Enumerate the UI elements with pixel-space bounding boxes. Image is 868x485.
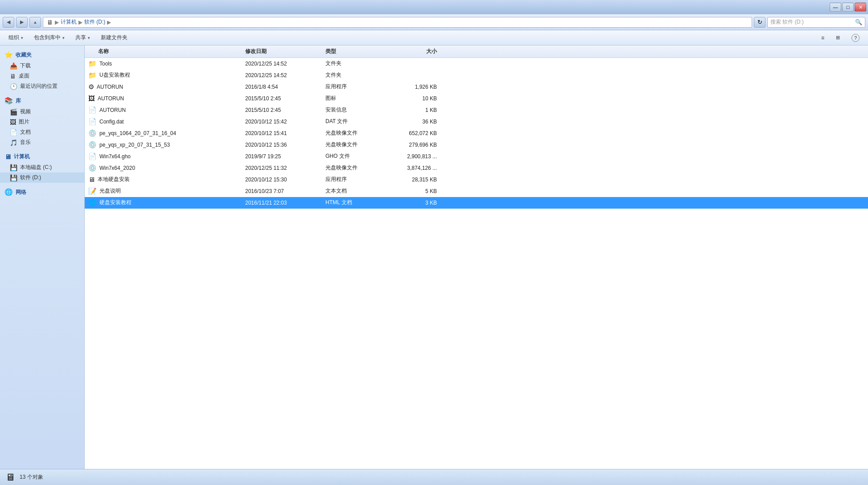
file-type-icon: 🖥 [88,176,95,183]
file-row[interactable]: 🌐 硬盘安装教程 2016/11/21 22:03 HTML 文档 3 KB [85,197,868,209]
include-dropdown-icon[interactable]: ▾ [62,36,65,40]
file-list: 📁 Tools 2020/12/25 14:52 文件夹 📁 U盘安装教程 20… [85,58,868,469]
file-row[interactable]: 📁 Tools 2020/12/25 14:52 文件夹 [85,58,868,70]
file-row[interactable]: 📄 AUTORUN 2015/5/10 2:45 安装信息 1 KB [85,104,868,116]
sidebar-item-recent[interactable]: 🕐 最近访问的位置 [0,81,84,91]
video-icon: 🎬 [10,108,17,115]
file-type-icon: 💿 [88,141,97,149]
file-type-cell: DAT 文件 [325,118,388,125]
sidebar-computer-header[interactable]: 🖥 计算机 [0,151,84,162]
file-name-label: pe_yqs_xp_20_07_31_15_53 [99,142,170,148]
documents-icon: 📄 [10,129,17,136]
view-toggle-button[interactable]: ≡ [816,32,829,44]
file-name-label: AUTORUN [99,107,126,113]
col-header-size[interactable]: 大小 [388,48,446,55]
star-icon: ⭐ [4,51,13,59]
maximize-button[interactable]: □ [842,3,854,12]
file-type-icon: ⚙ [88,83,94,91]
file-date-cell: 2016/10/23 7:07 [245,188,325,194]
sidebar-item-pictures[interactable]: 🖼 图片 [0,117,84,127]
file-row[interactable]: 🖼 AUTORUN 2015/5/10 2:45 图标 10 KB [85,93,868,104]
file-row[interactable]: 📄 Config.dat 2020/10/12 15:42 DAT 文件 36 … [85,116,868,127]
file-type-cell: 应用程序 [325,176,388,183]
sidebar-item-documents[interactable]: 📄 文档 [0,127,84,137]
file-name-cell: 💿 pe_yqs_1064_20_07_31_16_04 [85,129,245,137]
file-type-cell: 应用程序 [325,83,388,90]
file-name-cell: 📁 U盘安装教程 [85,71,245,79]
breadcrumb-drive[interactable]: 软件 (D:) [84,18,105,26]
view-options-button[interactable]: ⊞ [831,32,845,44]
file-row[interactable]: ⚙ AUTORUN 2016/1/8 4:54 应用程序 1,926 KB [85,81,868,93]
up-button[interactable]: ▲ [29,17,41,28]
file-name-cell: 📄 Config.dat [85,118,245,126]
computer-icon: 🖥 [4,153,11,160]
sidebar-item-drive-d[interactable]: 💾 软件 (D:) [0,173,84,183]
sidebar-library-header[interactable]: 📚 库 [0,95,84,107]
col-header-type[interactable]: 类型 [325,48,388,55]
sidebar-item-drive-c[interactable]: 💾 本地磁盘 (C:) [0,162,84,173]
include-library-button[interactable]: 包含到库中 ▾ [29,32,70,44]
sidebar-section-favorites: ⭐ 收藏夹 📥 下载 🖥 桌面 🕐 最近访问的位置 [0,49,84,91]
statusbar-icon: 🖥 [5,472,15,483]
statusbar-text: 13 个对象 [20,473,43,481]
sidebar-network-header[interactable]: 🌐 网络 [0,186,84,198]
file-type-icon: 💿 [88,129,97,137]
file-row[interactable]: 📁 U盘安装教程 2020/12/25 14:52 文件夹 [85,70,868,81]
sidebar-section-network: 🌐 网络 [0,186,84,198]
organize-dropdown-icon[interactable]: ▾ [21,36,23,40]
file-type-icon: 📁 [88,71,97,79]
file-type-cell: GHO 文件 [325,152,388,160]
breadcrumb-computer[interactable]: 计算机 [61,18,77,26]
file-type-cell: 安装信息 [325,106,388,114]
column-headers: 名称 修改日期 类型 大小 [85,45,868,58]
col-header-name[interactable]: 名称 [85,48,245,55]
search-box[interactable]: 搜索 软件 (D:) 🔍 [767,17,865,28]
file-name-cell: 🖥 本地硬盘安装 [85,176,245,183]
file-name-cell: 📝 光盘说明 [85,187,245,195]
file-name-label: Tools [99,61,112,67]
col-header-date[interactable]: 修改日期 [245,48,325,55]
file-size-cell: 279,696 KB [388,142,446,148]
file-date-cell: 2020/10/12 15:41 [245,130,325,136]
organize-button[interactable]: 组织 ▾ [4,32,28,44]
file-type-cell: 光盘映像文件 [325,129,388,137]
content-area: 名称 修改日期 类型 大小 📁 Tools 2020/12/25 14:52 文… [85,45,868,469]
new-folder-button[interactable]: 新建文件夹 [96,32,132,44]
file-row[interactable]: 🖥 本地硬盘安装 2020/10/12 15:30 应用程序 28,315 KB [85,174,868,185]
file-name-cell: 📄 AUTORUN [85,106,245,114]
share-dropdown-icon[interactable]: ▾ [88,36,90,40]
file-row[interactable]: 📄 Win7x64.gho 2019/9/7 19:25 GHO 文件 2,90… [85,151,868,162]
sidebar-item-video[interactable]: 🎬 视频 [0,107,84,117]
file-size-cell: 36 KB [388,119,446,125]
file-row[interactable]: 📝 光盘说明 2016/10/23 7:07 文本文档 5 KB [85,185,868,197]
sidebar-item-music[interactable]: 🎵 音乐 [0,137,84,148]
search-placeholder: 搜索 软件 (D:) [770,18,804,26]
file-name-label: AUTORUN [98,95,124,102]
forward-button[interactable]: ▶ [16,17,28,28]
file-date-cell: 2015/5/10 2:45 [245,95,325,102]
file-type-cell: 光盘映像文件 [325,141,388,148]
close-button[interactable]: ✕ [855,3,866,12]
address-breadcrumb[interactable]: 🖥 ▶ 计算机 ▶ 软件 (D:) ▶ [43,17,752,28]
minimize-button[interactable]: — [830,3,841,12]
desktop-icon: 🖥 [10,73,16,80]
file-row[interactable]: 💿 pe_yqs_xp_20_07_31_15_53 2020/10/12 15… [85,139,868,151]
sidebar-item-downloads[interactable]: 📥 下载 [0,61,84,71]
search-icon[interactable]: 🔍 [855,19,862,25]
file-row[interactable]: 💿 pe_yqs_1064_20_07_31_16_04 2020/10/12 … [85,127,868,139]
sidebar-item-desktop[interactable]: 🖥 桌面 [0,71,84,81]
toolbar: 组织 ▾ 包含到库中 ▾ 共享 ▾ 新建文件夹 ≡ ⊞ ? [0,30,868,45]
share-button[interactable]: 共享 ▾ [70,32,95,44]
refresh-button[interactable]: ↻ [754,17,765,28]
sidebar-favorites-header[interactable]: ⭐ 收藏夹 [0,49,84,61]
back-button[interactable]: ◀ [3,17,14,28]
file-row[interactable]: 💿 Win7x64_2020 2020/12/25 11:32 光盘映像文件 3… [85,162,868,174]
file-type-icon: 📄 [88,106,97,114]
file-type-cell: 文件夹 [325,60,388,67]
file-name-cell: 🖼 AUTORUN [85,95,245,102]
file-name-label: 硬盘安装教程 [99,199,132,206]
download-folder-icon: 📥 [10,62,17,70]
file-type-icon: 📝 [88,187,97,195]
file-name-label: AUTORUN [97,84,123,90]
help-button[interactable]: ? [847,32,864,44]
